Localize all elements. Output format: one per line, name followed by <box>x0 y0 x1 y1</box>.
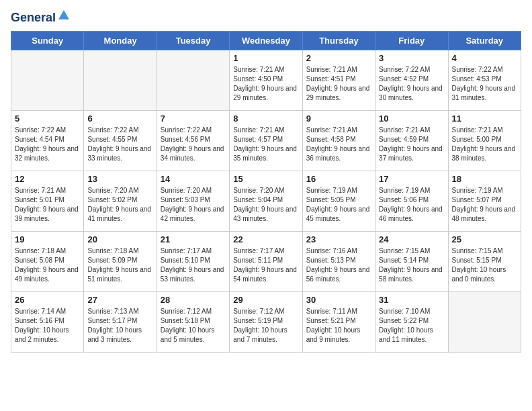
day-number: 7 <box>161 113 226 124</box>
calendar-cell: 29Sunrise: 7:12 AMSunset: 5:19 PMDayligh… <box>230 291 302 352</box>
calendar-cell: 1Sunrise: 7:21 AMSunset: 4:50 PMDaylight… <box>230 50 302 110</box>
day-number: 5 <box>15 113 80 124</box>
calendar-cell: 26Sunrise: 7:14 AMSunset: 5:16 PMDayligh… <box>11 291 84 352</box>
calendar-cell <box>157 50 229 110</box>
calendar-cell: 3Sunrise: 7:22 AMSunset: 4:52 PMDaylight… <box>375 50 448 110</box>
calendar-cell <box>11 50 84 110</box>
day-number: 18 <box>452 174 517 184</box>
cell-info: Sunrise: 7:21 AMSunset: 4:57 PMDaylight:… <box>233 126 298 163</box>
day-number: 22 <box>233 234 298 244</box>
calendar-cell: 11Sunrise: 7:21 AMSunset: 5:00 PMDayligh… <box>448 110 521 171</box>
calendar-cell: 10Sunrise: 7:21 AMSunset: 4:59 PMDayligh… <box>375 110 448 171</box>
col-header-monday: Monday <box>84 31 157 50</box>
calendar-cell: 20Sunrise: 7:18 AMSunset: 5:09 PMDayligh… <box>84 231 157 291</box>
day-number: 8 <box>233 113 298 124</box>
day-number: 31 <box>379 295 444 305</box>
cell-info: Sunrise: 7:21 AMSunset: 4:59 PMDaylight:… <box>379 126 444 163</box>
calendar-cell: 27Sunrise: 7:13 AMSunset: 5:17 PMDayligh… <box>84 291 157 352</box>
day-number: 10 <box>379 113 444 124</box>
day-number: 17 <box>379 174 444 184</box>
week-row-4: 19Sunrise: 7:18 AMSunset: 5:08 PMDayligh… <box>11 231 521 291</box>
cell-info: Sunrise: 7:21 AMSunset: 5:01 PMDaylight:… <box>15 186 80 224</box>
cell-info: Sunrise: 7:22 AMSunset: 4:52 PMDaylight:… <box>379 65 444 103</box>
cell-info: Sunrise: 7:10 AMSunset: 5:22 PMDaylight:… <box>379 307 444 345</box>
cell-info: Sunrise: 7:12 AMSunset: 5:18 PMDaylight:… <box>161 307 226 345</box>
cell-info: Sunrise: 7:22 AMSunset: 4:56 PMDaylight:… <box>161 126 226 163</box>
day-number: 28 <box>161 295 226 305</box>
day-number: 30 <box>306 295 371 305</box>
calendar-cell: 28Sunrise: 7:12 AMSunset: 5:18 PMDayligh… <box>157 291 229 352</box>
day-number: 19 <box>15 234 80 244</box>
cell-info: Sunrise: 7:22 AMSunset: 4:53 PMDaylight:… <box>452 65 517 103</box>
calendar-header-row: SundayMondayTuesdayWednesdayThursdayFrid… <box>11 31 521 50</box>
cell-info: Sunrise: 7:19 AMSunset: 5:06 PMDaylight:… <box>379 186 444 224</box>
calendar-cell <box>448 291 521 352</box>
calendar-cell: 22Sunrise: 7:17 AMSunset: 5:11 PMDayligh… <box>230 231 302 291</box>
cell-info: Sunrise: 7:19 AMSunset: 5:05 PMDaylight:… <box>306 186 371 224</box>
cell-info: Sunrise: 7:15 AMSunset: 5:14 PMDaylight:… <box>379 246 444 284</box>
cell-info: Sunrise: 7:22 AMSunset: 4:54 PMDaylight:… <box>15 126 80 163</box>
day-number: 11 <box>452 113 517 124</box>
cell-info: Sunrise: 7:21 AMSunset: 4:50 PMDaylight:… <box>233 65 298 103</box>
day-number: 14 <box>161 174 226 184</box>
calendar-cell: 25Sunrise: 7:15 AMSunset: 5:15 PMDayligh… <box>448 231 521 291</box>
cell-info: Sunrise: 7:18 AMSunset: 5:08 PMDaylight:… <box>15 246 80 284</box>
col-header-wednesday: Wednesday <box>230 31 302 50</box>
page-header: General <box>11 11 521 23</box>
calendar-cell: 4Sunrise: 7:22 AMSunset: 4:53 PMDaylight… <box>448 50 521 110</box>
cell-info: Sunrise: 7:16 AMSunset: 5:13 PMDaylight:… <box>306 246 371 284</box>
cell-info: Sunrise: 7:15 AMSunset: 5:15 PMDaylight:… <box>452 246 517 284</box>
day-number: 12 <box>15 174 80 184</box>
calendar-cell: 14Sunrise: 7:20 AMSunset: 5:03 PMDayligh… <box>157 171 229 231</box>
day-number: 24 <box>379 234 444 244</box>
svg-marker-0 <box>58 10 69 19</box>
cell-info: Sunrise: 7:21 AMSunset: 4:58 PMDaylight:… <box>306 126 371 163</box>
cell-info: Sunrise: 7:17 AMSunset: 5:11 PMDaylight:… <box>233 246 298 284</box>
col-header-friday: Friday <box>375 31 448 50</box>
cell-info: Sunrise: 7:18 AMSunset: 5:09 PMDaylight:… <box>87 246 152 284</box>
cell-info: Sunrise: 7:20 AMSunset: 5:02 PMDaylight:… <box>87 186 152 224</box>
week-row-1: 1Sunrise: 7:21 AMSunset: 4:50 PMDaylight… <box>11 50 521 110</box>
cell-info: Sunrise: 7:21 AMSunset: 5:00 PMDaylight:… <box>452 126 517 163</box>
day-number: 25 <box>452 234 517 244</box>
col-header-thursday: Thursday <box>302 31 375 50</box>
logo-icon <box>57 9 71 22</box>
cell-info: Sunrise: 7:22 AMSunset: 4:55 PMDaylight:… <box>87 126 152 163</box>
cell-info: Sunrise: 7:20 AMSunset: 5:03 PMDaylight:… <box>161 186 226 224</box>
day-number: 2 <box>306 53 371 63</box>
week-row-2: 5Sunrise: 7:22 AMSunset: 4:54 PMDaylight… <box>11 110 521 171</box>
col-header-sunday: Sunday <box>11 31 84 50</box>
day-number: 23 <box>306 234 371 244</box>
cell-info: Sunrise: 7:17 AMSunset: 5:10 PMDaylight:… <box>161 246 226 284</box>
calendar-cell: 16Sunrise: 7:19 AMSunset: 5:05 PMDayligh… <box>302 171 375 231</box>
col-header-saturday: Saturday <box>448 31 521 50</box>
calendar-cell: 15Sunrise: 7:20 AMSunset: 5:04 PMDayligh… <box>230 171 302 231</box>
calendar-cell: 18Sunrise: 7:19 AMSunset: 5:07 PMDayligh… <box>448 171 521 231</box>
cell-info: Sunrise: 7:11 AMSunset: 5:21 PMDaylight:… <box>306 307 371 345</box>
day-number: 15 <box>233 174 298 184</box>
day-number: 20 <box>87 234 152 244</box>
cell-info: Sunrise: 7:21 AMSunset: 4:51 PMDaylight:… <box>306 65 371 103</box>
day-number: 1 <box>233 53 298 63</box>
calendar-cell: 21Sunrise: 7:17 AMSunset: 5:10 PMDayligh… <box>157 231 229 291</box>
day-number: 3 <box>379 53 444 63</box>
calendar-cell: 7Sunrise: 7:22 AMSunset: 4:56 PMDaylight… <box>157 110 229 171</box>
day-number: 26 <box>15 295 80 305</box>
day-number: 4 <box>452 53 517 63</box>
calendar-cell: 19Sunrise: 7:18 AMSunset: 5:08 PMDayligh… <box>11 231 84 291</box>
cell-info: Sunrise: 7:13 AMSunset: 5:17 PMDaylight:… <box>87 307 152 345</box>
day-number: 6 <box>87 113 152 124</box>
calendar-cell: 9Sunrise: 7:21 AMSunset: 4:58 PMDaylight… <box>302 110 375 171</box>
day-number: 27 <box>87 295 152 305</box>
week-row-3: 12Sunrise: 7:21 AMSunset: 5:01 PMDayligh… <box>11 171 521 231</box>
calendar-cell: 31Sunrise: 7:10 AMSunset: 5:22 PMDayligh… <box>375 291 448 352</box>
calendar-cell: 8Sunrise: 7:21 AMSunset: 4:57 PMDaylight… <box>230 110 302 171</box>
day-number: 13 <box>87 174 152 184</box>
day-number: 16 <box>306 174 371 184</box>
calendar-table: SundayMondayTuesdayWednesdayThursdayFrid… <box>11 31 521 353</box>
day-number: 9 <box>306 113 371 124</box>
cell-info: Sunrise: 7:20 AMSunset: 5:04 PMDaylight:… <box>233 186 298 224</box>
cell-info: Sunrise: 7:12 AMSunset: 5:19 PMDaylight:… <box>233 307 298 345</box>
calendar-cell: 24Sunrise: 7:15 AMSunset: 5:14 PMDayligh… <box>375 231 448 291</box>
logo-text: General <box>11 11 56 26</box>
